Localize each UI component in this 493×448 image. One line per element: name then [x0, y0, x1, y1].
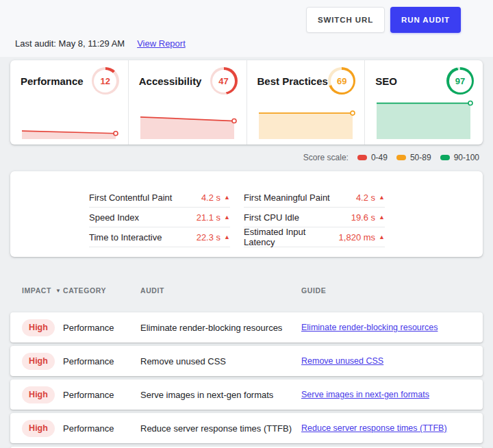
score-scale-range: 0-49 — [357, 153, 388, 162]
warning-triangle-icon: ▲ — [224, 195, 230, 201]
audit-title: Serve images in next-gen formats — [140, 390, 301, 400]
metric-value: 4.2 s▲ — [356, 192, 385, 203]
metric-value-text: 22.3 s — [197, 232, 220, 242]
impact-badge: High — [22, 420, 55, 437]
score-scale-pill-fail — [357, 155, 367, 160]
warning-triangle-icon: ▲ — [379, 195, 385, 201]
audit-table: HighPerformanceEliminate render-blocking… — [0, 312, 493, 448]
score-scale-items: 0-4950-8990-100 — [357, 153, 479, 162]
score-card-title: SEO — [375, 75, 397, 87]
warning-triangle-icon: ▲ — [379, 234, 385, 240]
score-trend-sparkline — [21, 99, 118, 139]
score-card-header: Performance12 — [10, 60, 128, 95]
score-gauge-value: 69 — [331, 70, 353, 92]
warning-triangle-icon: ▲ — [224, 234, 230, 240]
metric-value: 21.1 s▲ — [197, 212, 230, 223]
switch-url-button[interactable]: SWITCH URL — [306, 7, 385, 33]
score-gauge: 12 — [92, 67, 119, 95]
metric-row: First CPU Idle19.6 s▲ — [244, 208, 385, 227]
metric-row: First Contentful Paint4.2 s▲ — [89, 188, 230, 208]
audit-table-header: IMPACT ▼ CATEGORY AUDIT GUIDE — [10, 286, 483, 295]
impact-badge: High — [22, 319, 55, 336]
score-card-header: SEO97 — [365, 60, 483, 95]
score-trend-sparkline — [257, 99, 355, 139]
metric-name: First Meaningful Paint — [244, 192, 330, 203]
impact-badge: High — [22, 386, 55, 403]
score-gauge: 69 — [328, 67, 355, 95]
audit-title: Remove unused CSS — [140, 356, 301, 366]
impact-badge: High — [22, 353, 55, 370]
impact-cell: High — [22, 319, 63, 336]
metric-value: 1,820 ms▲ — [339, 232, 385, 242]
score-scale-pill-pass — [440, 155, 450, 160]
metric-row: Time to Interactive22.3 s▲ — [89, 227, 230, 247]
metric-value-text: 21.1 s — [197, 212, 220, 223]
score-scale-label: Score scale: — [303, 153, 349, 162]
audit-table-row: HighPerformanceServe images in next-gen … — [10, 379, 483, 410]
metric-name: Time to Interactive — [89, 232, 162, 242]
metric-value: 19.6 s▲ — [351, 212, 385, 223]
last-audit-status: Last audit: May 8, 11:29 AMView Report — [15, 38, 186, 49]
score-scale-range-label: 50-89 — [410, 153, 431, 162]
score-card-performance: Performance12 — [10, 60, 129, 145]
score-card-title: Accessibility — [139, 75, 202, 87]
run-audit-button[interactable]: RUN AUDIT — [390, 7, 461, 33]
metric-row: Speed Index21.1 s▲ — [89, 208, 230, 227]
score-gauge: 47 — [210, 67, 238, 95]
guide-link[interactable]: Serve images in next-gen formats — [301, 390, 483, 399]
impact-column-header[interactable]: IMPACT ▼ — [22, 286, 63, 295]
score-card-title: Performance — [21, 75, 84, 87]
score-gauge-value: 97 — [449, 70, 472, 92]
metric-value-text: 4.2 s — [356, 192, 375, 203]
score-trend-sparkline — [139, 99, 237, 139]
score-card-header: Best Practices69 — [247, 60, 365, 95]
impact-cell: High — [22, 386, 63, 403]
metrics-card: First Contentful Paint4.2 s▲Speed Index2… — [10, 171, 483, 257]
warning-triangle-icon: ▲ — [224, 214, 230, 221]
metric-name: Speed Index — [89, 212, 139, 223]
metrics-column: First Contentful Paint4.2 s▲Speed Index2… — [89, 188, 230, 247]
score-card-best-practices: Best Practices69 — [247, 60, 366, 145]
main-content: Performance12Accessibility47Best Practic… — [0, 60, 493, 448]
audit-category: Performance — [63, 356, 140, 366]
score-scale-range: 90-100 — [440, 153, 479, 162]
score-scale-pill-average — [396, 155, 406, 160]
impact-header-label: IMPACT — [22, 286, 51, 295]
score-gauge-value: 12 — [94, 70, 116, 92]
last-audit-text: Last audit: May 8, 11:29 AM — [15, 38, 125, 49]
guide-link[interactable]: Eliminate render-blocking resources — [301, 323, 483, 332]
metrics-column: First Meaningful Paint4.2 s▲First CPU Id… — [244, 188, 385, 247]
score-scale-range-label: 90-100 — [454, 153, 479, 162]
score-trend-sparkline — [375, 99, 473, 139]
audit-column-header: AUDIT — [140, 286, 301, 295]
metrics-grid: First Contentful Paint4.2 s▲Speed Index2… — [89, 188, 483, 247]
sort-caret-icon: ▼ — [55, 288, 62, 294]
metric-value: 4.2 s▲ — [201, 192, 230, 203]
metric-value-text: 19.6 s — [351, 212, 375, 223]
metric-name: Estimated Input Latency — [244, 227, 339, 247]
audit-title: Eliminate render-blocking resources — [140, 323, 301, 333]
metric-row: Estimated Input Latency1,820 ms▲ — [244, 227, 385, 247]
audit-category: Performance — [63, 423, 140, 434]
category-column-header: CATEGORY — [63, 286, 140, 295]
impact-cell: High — [22, 353, 63, 370]
guide-column-header: GUIDE — [301, 286, 483, 295]
view-report-link[interactable]: View Report — [137, 38, 186, 49]
score-scale-range-label: 0-49 — [371, 153, 388, 162]
metric-name: First CPU Idle — [244, 212, 299, 223]
audit-table-row: HighPerformanceEliminate render-blocking… — [10, 312, 483, 343]
score-card-header: Accessibility47 — [129, 60, 246, 95]
guide-link[interactable]: Remove unused CSS — [301, 356, 483, 366]
audit-category: Performance — [63, 323, 140, 333]
score-card-accessibility: Accessibility47 — [129, 60, 247, 145]
score-card-title: Best Practices — [257, 75, 328, 87]
metric-value-text: 4.2 s — [201, 192, 220, 203]
audit-table-row: HighPerformanceRemove unused CSSRemove u… — [10, 346, 483, 376]
guide-link[interactable]: Reduce server response times (TTFB) — [301, 423, 483, 433]
score-gauge: 97 — [446, 67, 474, 95]
audit-category: Performance — [63, 390, 140, 400]
score-summary-card: Performance12Accessibility47Best Practic… — [10, 60, 483, 145]
audit-title: Reduce server response times (TTFB) — [140, 423, 301, 434]
audit-table-row: HighPerformanceReduce server response ti… — [10, 413, 483, 443]
score-scale-legend: Score scale: 0-4950-8990-100 — [0, 153, 479, 162]
